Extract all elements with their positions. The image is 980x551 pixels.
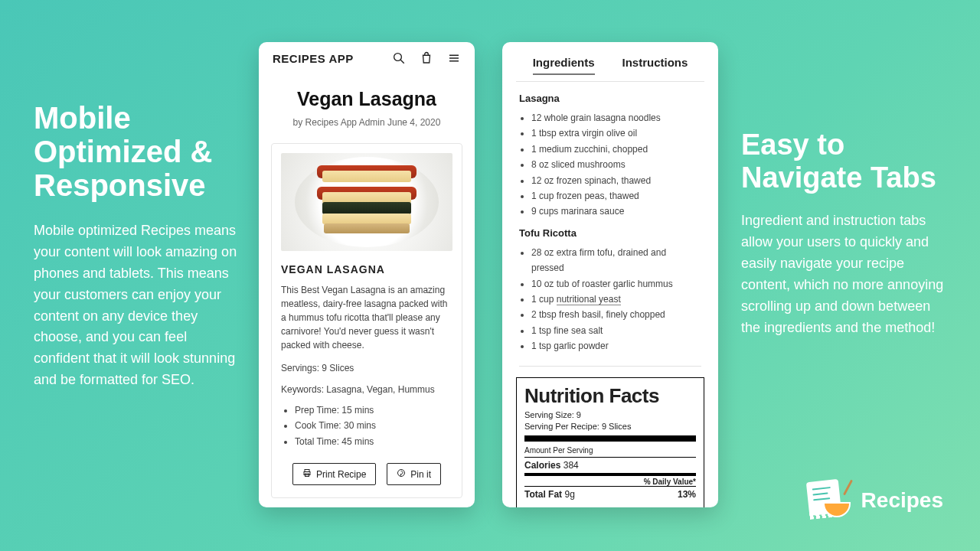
ingredients-list: 12 whole grain lasagna noodles 1 tbsp ex… <box>531 110 701 220</box>
list-item: 1 tbsp extra virgin olive oil <box>531 126 701 141</box>
recipe-card: VEGAN LASAGNA This Best Vegan Lasagna is… <box>271 143 462 498</box>
left-heading: Mobile Optimized & Responsive <box>34 101 240 202</box>
brand-name: Recipes <box>861 488 943 513</box>
recipe-byline: by Recipes App Admin June 4, 2020 <box>271 117 462 128</box>
ingredient-group-title: Lasagna <box>519 93 701 104</box>
list-item: 1 cup frozen peas, thawed <box>531 188 701 204</box>
times-list: Prep Time: 15 mins Cook Time: 30 mins To… <box>295 403 452 449</box>
total-fat-pct: 13% <box>678 489 696 500</box>
serving-per-recipe: Serving Per Recipe: 9 Slices <box>524 422 696 431</box>
list-item: Prep Time: 15 mins <box>295 403 452 418</box>
tab-ingredients[interactable]: Ingredients <box>533 56 595 75</box>
list-item: 1 cup nutritional yeast <box>531 292 701 307</box>
list-item: 12 oz frozen spinach, thawed <box>531 173 701 188</box>
phone-mockup-recipe: RECIPES APP Vegan Lasagna by Recipes App… <box>259 42 475 507</box>
tab-instructions[interactable]: Instructions <box>622 56 688 75</box>
serving-size: Serving Size: 9 <box>524 410 696 419</box>
list-item: 1 tsp garlic powder <box>531 338 701 354</box>
total-fat-label: Total Fat <box>524 489 562 500</box>
pin-it-button[interactable]: Pin it <box>387 463 441 485</box>
list-item: 2 tbsp fresh basil, finely chopped <box>531 307 701 322</box>
bag-icon[interactable] <box>420 51 433 65</box>
right-heading: Easy to Navigate Tabs <box>741 129 952 194</box>
svg-point-0 <box>394 54 402 61</box>
divider <box>519 366 701 367</box>
list-item: 1 tsp fine sea salt <box>531 323 701 338</box>
brand-logo: Recipes <box>806 481 943 520</box>
servings-line: Servings: 9 Slices <box>281 363 452 373</box>
app-brand: RECIPES APP <box>273 52 354 65</box>
recipes-icon <box>806 481 851 520</box>
nutrition-facts-label: Nutrition Facts Serving Size: 9 Serving … <box>516 377 704 507</box>
list-item: Cook Time: 30 mins <box>295 418 452 433</box>
ingredient-group-title: Tofu Ricotta <box>519 227 701 239</box>
calories-value: 384 <box>564 460 579 471</box>
svg-line-1 <box>400 60 404 64</box>
right-body: Ingredient and instruction tabs allow yo… <box>741 210 952 338</box>
pinterest-icon <box>397 468 406 480</box>
recipe-description: This Best Vegan Lasagna is an amazing me… <box>281 283 452 352</box>
phone-mockup-tabs: Ingredients Instructions Lasagna 12 whol… <box>502 42 718 507</box>
list-item: 10 oz tub of roaster garlic hummus <box>531 276 701 292</box>
total-fat-value: 9g <box>564 489 574 500</box>
print-label: Print Recipe <box>316 469 366 480</box>
card-title: VEGAN LASAGNA <box>281 263 452 276</box>
calories-label: Calories <box>524 460 560 471</box>
list-item: 12 whole grain lasagna noodles <box>531 110 701 126</box>
list-item: 9 cups marinara sauce <box>531 204 701 219</box>
search-icon[interactable] <box>392 51 406 65</box>
list-item: 28 oz extra firm tofu, drained and press… <box>531 245 701 276</box>
recipe-hero-image <box>281 153 452 251</box>
list-item: Total Time: 45 mins <box>295 434 452 449</box>
print-recipe-button[interactable]: Print Recipe <box>292 463 376 485</box>
svg-point-8 <box>398 470 405 477</box>
menu-icon[interactable] <box>447 51 461 65</box>
list-item: 8 oz sliced mushrooms <box>531 157 701 172</box>
print-icon <box>302 468 312 480</box>
keywords-line: Keywords: Lasagna, Vegan, Hummus <box>281 384 452 395</box>
recipe-title: Vegan Lasagna <box>271 88 462 110</box>
daily-value-header: % Daily Value* <box>524 478 696 486</box>
left-body: Mobile optimized Recipes means your cont… <box>34 220 240 391</box>
ingredients-list: 28 oz extra firm tofu, drained and press… <box>531 245 701 354</box>
nutrition-title: Nutrition Facts <box>524 384 696 408</box>
amount-per-serving: Amount Per Serving <box>524 446 696 455</box>
list-item: 1 medium zucchini, chopped <box>531 142 701 157</box>
pin-label: Pin it <box>410 469 431 480</box>
